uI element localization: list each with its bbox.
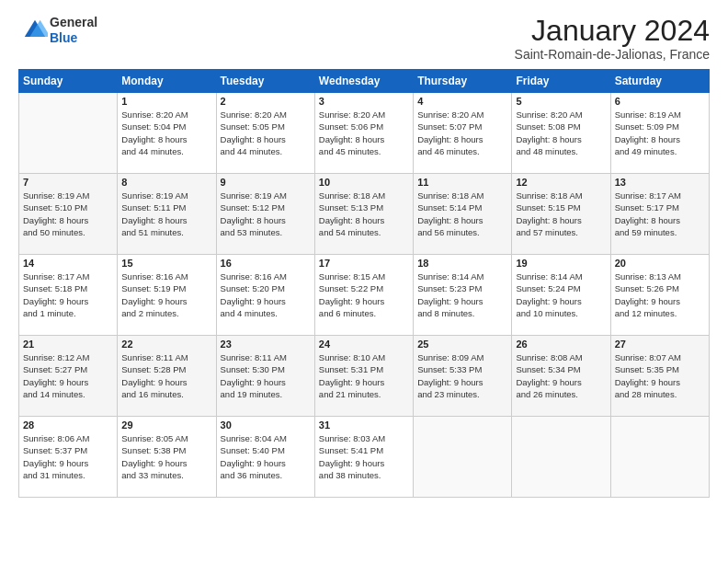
day-header-saturday: Saturday: [610, 70, 709, 93]
day-number: 11: [417, 177, 507, 188]
logo-icon: [22, 17, 48, 43]
calendar-cell: 29Sunrise: 8:05 AM Sunset: 5:38 PM Dayli…: [118, 417, 216, 498]
calendar-cell: 28Sunrise: 8:06 AM Sunset: 5:37 PM Dayli…: [19, 417, 118, 498]
day-info: Sunrise: 8:20 AM Sunset: 5:04 PM Dayligh…: [121, 109, 211, 157]
day-number: 24: [319, 339, 409, 350]
day-header-friday: Friday: [512, 70, 610, 93]
calendar-cell: 9Sunrise: 8:19 AM Sunset: 5:12 PM Daylig…: [216, 174, 314, 255]
calendar-header-row: SundayMondayTuesdayWednesdayThursdayFrid…: [19, 70, 710, 93]
day-info: Sunrise: 8:08 AM Sunset: 5:34 PM Dayligh…: [516, 351, 606, 400]
day-info: Sunrise: 8:14 AM Sunset: 5:23 PM Dayligh…: [417, 270, 507, 319]
day-info: Sunrise: 8:20 AM Sunset: 5:08 PM Dayligh…: [516, 109, 606, 157]
day-number: 21: [23, 339, 113, 350]
calendar-cell: 2Sunrise: 8:20 AM Sunset: 5:05 PM Daylig…: [216, 93, 314, 174]
calendar-cell: 13Sunrise: 8:17 AM Sunset: 5:17 PM Dayli…: [610, 174, 709, 255]
calendar-week-3: 14Sunrise: 8:17 AM Sunset: 5:18 PM Dayli…: [19, 255, 710, 336]
calendar-cell: 12Sunrise: 8:18 AM Sunset: 5:15 PM Dayli…: [512, 174, 610, 255]
day-info: Sunrise: 8:07 AM Sunset: 5:35 PM Dayligh…: [615, 351, 705, 400]
calendar-week-2: 7Sunrise: 8:19 AM Sunset: 5:10 PM Daylig…: [19, 174, 710, 255]
day-info: Sunrise: 8:18 AM Sunset: 5:14 PM Dayligh…: [417, 190, 507, 238]
calendar-cell: 24Sunrise: 8:10 AM Sunset: 5:31 PM Dayli…: [314, 336, 413, 417]
day-info: Sunrise: 8:19 AM Sunset: 5:12 PM Dayligh…: [221, 190, 311, 238]
calendar-cell: 6Sunrise: 8:19 AM Sunset: 5:09 PM Daylig…: [610, 93, 709, 174]
day-header-monday: Monday: [118, 70, 216, 93]
calendar-cell: 11Sunrise: 8:18 AM Sunset: 5:14 PM Dayli…: [414, 174, 512, 255]
calendar-cell: 4Sunrise: 8:20 AM Sunset: 5:07 PM Daylig…: [414, 93, 512, 174]
calendar-week-4: 21Sunrise: 8:12 AM Sunset: 5:27 PM Dayli…: [19, 336, 710, 417]
day-number: 14: [23, 258, 113, 269]
calendar-cell: [414, 417, 512, 498]
day-number: 4: [417, 96, 507, 107]
page: General Blue January 2024 Saint-Romain-d…: [0, 0, 728, 563]
day-info: Sunrise: 8:10 AM Sunset: 5:31 PM Dayligh…: [319, 351, 409, 400]
day-number: 9: [221, 177, 311, 188]
day-number: 30: [221, 419, 311, 431]
calendar-cell: 8Sunrise: 8:19 AM Sunset: 5:11 PM Daylig…: [118, 174, 216, 255]
title-block: January 2024 Saint-Romain-de-Jalionas, F…: [515, 15, 710, 62]
day-number: 18: [417, 258, 507, 269]
day-number: 3: [319, 96, 409, 107]
calendar-table: SundayMondayTuesdayWednesdayThursdayFrid…: [18, 69, 710, 498]
day-number: 20: [615, 258, 705, 269]
day-header-tuesday: Tuesday: [216, 70, 314, 93]
day-number: 17: [319, 258, 409, 269]
day-number: 8: [121, 177, 211, 188]
day-info: Sunrise: 8:20 AM Sunset: 5:06 PM Dayligh…: [319, 109, 409, 157]
day-number: 23: [221, 339, 311, 350]
logo: General Blue: [18, 15, 97, 46]
calendar-cell: 7Sunrise: 8:19 AM Sunset: 5:10 PM Daylig…: [19, 174, 118, 255]
day-info: Sunrise: 8:18 AM Sunset: 5:13 PM Dayligh…: [319, 190, 409, 238]
header: General Blue January 2024 Saint-Romain-d…: [18, 15, 710, 62]
calendar-cell: 14Sunrise: 8:17 AM Sunset: 5:18 PM Dayli…: [19, 255, 118, 336]
day-number: 1: [121, 96, 211, 107]
calendar-title: January 2024: [515, 15, 710, 47]
calendar-cell: 26Sunrise: 8:08 AM Sunset: 5:34 PM Dayli…: [512, 336, 610, 417]
day-info: Sunrise: 8:19 AM Sunset: 5:09 PM Dayligh…: [615, 109, 705, 157]
calendar-week-1: 1Sunrise: 8:20 AM Sunset: 5:04 PM Daylig…: [19, 93, 710, 174]
day-number: 2: [221, 96, 311, 107]
day-info: Sunrise: 8:19 AM Sunset: 5:11 PM Dayligh…: [121, 190, 211, 238]
calendar-cell: [19, 93, 118, 174]
calendar-cell: 18Sunrise: 8:14 AM Sunset: 5:23 PM Dayli…: [414, 255, 512, 336]
day-header-sunday: Sunday: [19, 70, 118, 93]
day-info: Sunrise: 8:18 AM Sunset: 5:15 PM Dayligh…: [516, 190, 606, 238]
logo-text: General Blue: [50, 15, 97, 46]
day-number: 29: [121, 419, 211, 431]
day-number: 31: [319, 419, 409, 431]
calendar-cell: 22Sunrise: 8:11 AM Sunset: 5:28 PM Dayli…: [118, 336, 216, 417]
day-info: Sunrise: 8:19 AM Sunset: 5:10 PM Dayligh…: [23, 190, 113, 238]
day-number: 7: [23, 177, 113, 188]
day-info: Sunrise: 8:11 AM Sunset: 5:30 PM Dayligh…: [221, 351, 311, 400]
calendar-cell: 23Sunrise: 8:11 AM Sunset: 5:30 PM Dayli…: [216, 336, 314, 417]
day-number: 19: [516, 258, 606, 269]
calendar-cell: 19Sunrise: 8:14 AM Sunset: 5:24 PM Dayli…: [512, 255, 610, 336]
day-number: 10: [319, 177, 409, 188]
day-info: Sunrise: 8:13 AM Sunset: 5:26 PM Dayligh…: [615, 270, 705, 319]
day-info: Sunrise: 8:11 AM Sunset: 5:28 PM Dayligh…: [121, 351, 211, 400]
calendar-cell: 1Sunrise: 8:20 AM Sunset: 5:04 PM Daylig…: [118, 93, 216, 174]
day-number: 25: [417, 339, 507, 350]
calendar-cell: [512, 417, 610, 498]
calendar-cell: 30Sunrise: 8:04 AM Sunset: 5:40 PM Dayli…: [216, 417, 314, 498]
day-info: Sunrise: 8:05 AM Sunset: 5:38 PM Dayligh…: [121, 432, 211, 481]
day-number: 16: [221, 258, 311, 269]
calendar-cell: 5Sunrise: 8:20 AM Sunset: 5:08 PM Daylig…: [512, 93, 610, 174]
day-info: Sunrise: 8:16 AM Sunset: 5:20 PM Dayligh…: [221, 270, 311, 319]
day-info: Sunrise: 8:17 AM Sunset: 5:17 PM Dayligh…: [615, 190, 705, 238]
calendar-cell: 3Sunrise: 8:20 AM Sunset: 5:06 PM Daylig…: [314, 93, 413, 174]
day-number: 6: [615, 96, 705, 107]
calendar-week-5: 28Sunrise: 8:06 AM Sunset: 5:37 PM Dayli…: [19, 417, 710, 498]
day-info: Sunrise: 8:09 AM Sunset: 5:33 PM Dayligh…: [417, 351, 507, 400]
day-info: Sunrise: 8:16 AM Sunset: 5:19 PM Dayligh…: [121, 270, 211, 319]
calendar-cell: 17Sunrise: 8:15 AM Sunset: 5:22 PM Dayli…: [314, 255, 413, 336]
calendar-cell: 25Sunrise: 8:09 AM Sunset: 5:33 PM Dayli…: [414, 336, 512, 417]
day-info: Sunrise: 8:20 AM Sunset: 5:05 PM Dayligh…: [221, 109, 311, 157]
day-number: 26: [516, 339, 606, 350]
calendar-cell: 16Sunrise: 8:16 AM Sunset: 5:20 PM Dayli…: [216, 255, 314, 336]
day-number: 27: [615, 339, 705, 350]
day-number: 22: [121, 339, 211, 350]
day-header-thursday: Thursday: [414, 70, 512, 93]
day-info: Sunrise: 8:06 AM Sunset: 5:37 PM Dayligh…: [23, 432, 113, 481]
day-number: 15: [121, 258, 211, 269]
calendar-cell: 20Sunrise: 8:13 AM Sunset: 5:26 PM Dayli…: [610, 255, 709, 336]
